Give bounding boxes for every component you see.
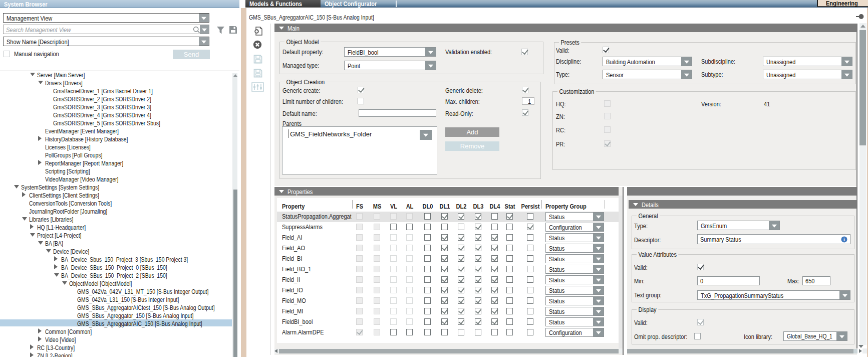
svg-text:i: i (843, 237, 845, 242)
